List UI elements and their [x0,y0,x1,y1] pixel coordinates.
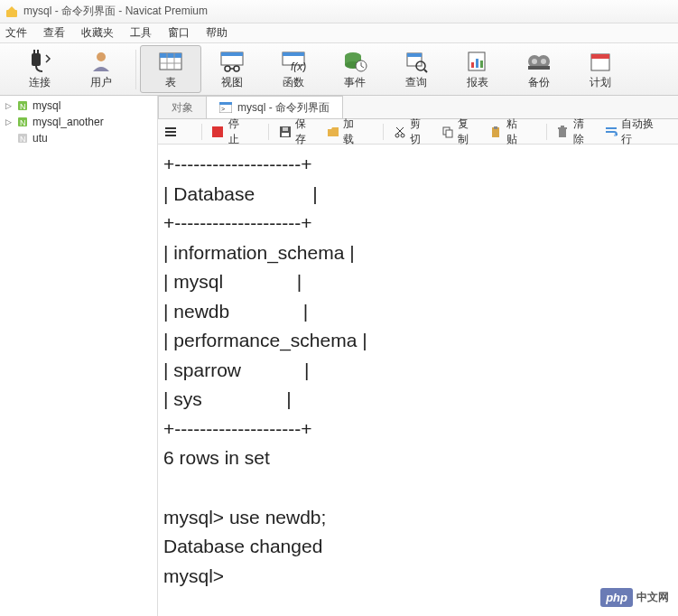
svg-rect-67 [494,126,497,129]
svg-rect-30 [476,59,478,68]
toolbar-table-label: 表 [165,75,176,90]
toolbar-report-label: 报表 [467,75,488,90]
title-bar: mysql - 命令列界面 - Navicat Premium [0,0,678,23]
expand-icon[interactable]: ▷ [4,117,13,126]
event-icon [341,48,368,75]
sidebar-item-mysql-another[interactable]: ▷ N mysql_another [0,114,157,130]
toolbar-function-label: 函数 [283,75,304,90]
console-output[interactable]: +--------------------+ | Database | +---… [158,145,678,616]
svg-text:>: > [221,106,225,112]
svg-point-35 [541,59,546,64]
menu-file[interactable]: 文件 [5,25,27,41]
save-button[interactable]: 保存 [278,117,315,147]
load-button[interactable]: 加载 [326,117,363,147]
stop-label: 停止 [228,117,248,147]
toolbar-user-label: 用户 [90,75,112,90]
toolbar-view-label: 视图 [221,75,243,90]
database-icon: N [16,116,29,128]
svg-rect-16 [283,52,304,56]
sidebar-item-label: utu [33,132,48,145]
clear-label: 清除 [573,117,593,147]
menu-tools[interactable]: 工具 [130,25,152,41]
toolbar-connect-label: 连接 [29,75,51,90]
toolbar-event[interactable]: 事件 [324,45,385,93]
sidebar: ▷ N mysql ▷ N mysql_another N utu [0,96,158,616]
toolbar-query[interactable]: 查询 [385,45,447,93]
svg-rect-36 [528,66,550,70]
svg-rect-56 [212,126,223,137]
svg-text:N: N [20,102,26,111]
paste-button[interactable]: 粘贴 [489,117,526,147]
query-icon [403,48,430,75]
backup-icon [525,48,553,75]
sep [268,124,269,140]
copy-button[interactable]: 复制 [441,117,478,147]
svg-rect-1 [32,53,41,66]
toolbar-sep [135,50,136,89]
svg-rect-0 [6,10,17,17]
svg-rect-68 [559,129,566,137]
sidebar-item-mysql[interactable]: ▷ N mysql [0,98,157,114]
svg-rect-58 [282,133,289,136]
database-icon-inactive: N [16,132,29,145]
svg-line-63 [396,127,403,134]
sidebar-item-utu[interactable]: N utu [0,130,157,146]
toolbar-user[interactable]: 用户 [70,45,132,93]
toolbar-view[interactable]: 视图 [201,45,263,93]
svg-rect-2 [33,50,35,55]
tab-objects[interactable]: 对象 [158,96,207,118]
cut-button[interactable]: 剪切 [393,117,430,147]
toolbar-table[interactable]: 表 [140,45,201,93]
sidebar-item-label: mysql [33,99,60,112]
sep [546,124,547,140]
toolbar-function[interactable]: f(x) 函数 [263,45,324,93]
php-logo: php [600,588,633,607]
save-label: 保存 [295,117,315,147]
toolbar-report[interactable]: 报表 [447,45,508,93]
stop-button[interactable]: 停止 [211,117,248,147]
menu-view[interactable]: 查看 [43,25,65,41]
load-label: 加载 [343,117,363,147]
sep [201,124,202,140]
svg-point-33 [532,59,537,64]
toolbar-schedule[interactable]: 计划 [570,45,631,93]
toolbar-backup[interactable]: 备份 [508,45,570,93]
trash-icon [556,125,570,139]
svg-line-27 [424,70,427,72]
menu-window[interactable]: 窗口 [168,25,190,41]
svg-rect-38 [591,54,609,59]
toolbar-connect[interactable]: 连接 [9,45,70,93]
folder-icon [326,125,339,139]
menu-favorites[interactable]: 收藏夹 [81,25,114,41]
toolbar-schedule-label: 计划 [590,75,611,90]
svg-rect-51 [219,102,232,105]
stop-icon [211,125,225,139]
svg-rect-11 [221,52,243,56]
copy-label: 复制 [458,117,478,147]
clear-button[interactable]: 清除 [556,117,593,147]
svg-point-61 [401,134,404,137]
hamburger-icon [163,125,178,139]
wrap-label: 自动换行 [621,117,662,147]
sidebar-item-label: mysql_another [33,116,104,128]
svg-line-62 [397,127,404,134]
database-icon: N [16,99,29,112]
svg-text:N: N [20,135,26,144]
expand-icon[interactable]: ▷ [4,101,13,110]
wrap-button[interactable]: 自动换行 [604,117,662,147]
svg-rect-25 [407,53,422,57]
scissors-icon [393,125,406,139]
table-icon [157,48,184,75]
window-title: mysql - 命令列界面 - Navicat Premium [23,4,208,19]
plug-icon [26,48,53,75]
menu-help[interactable]: 帮助 [206,25,228,41]
tab-label: 对象 [172,100,193,116]
cut-label: 剪切 [410,117,430,147]
svg-rect-6 [160,53,181,58]
watermark-text: 中文网 [636,590,669,605]
tab-cli[interactable]: > mysql - 命令列界面 [206,96,343,118]
paste-icon [489,125,503,139]
view-icon [218,48,246,75]
schedule-icon [587,48,614,75]
hamburger-button[interactable] [163,125,181,139]
